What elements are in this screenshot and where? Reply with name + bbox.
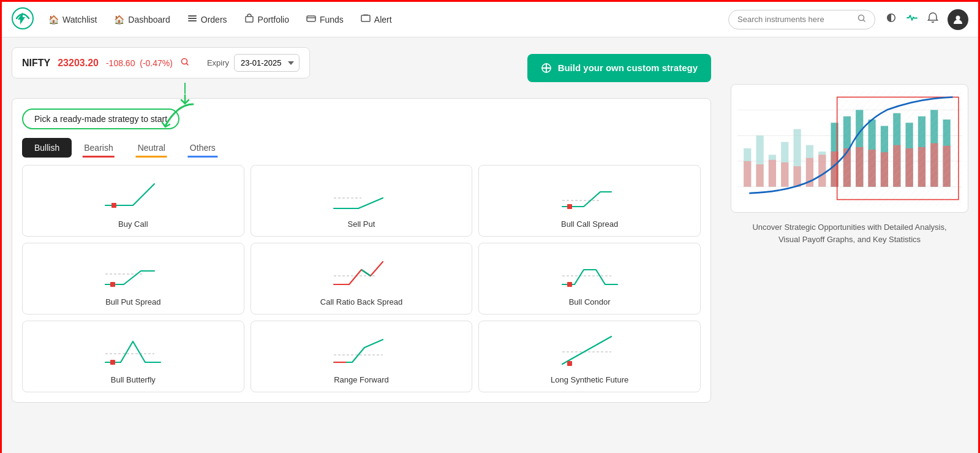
strategy-card-bull-butterfly[interactable]: Bull Butterfly xyxy=(22,321,244,392)
right-panel: Uncover Strategic Opportunities with Det… xyxy=(721,37,978,453)
strategy-card-bull-condor[interactable]: Bull Condor xyxy=(478,243,701,314)
expiry-section: Expiry 23-01-2025 30-01-2025 06-02-2025 xyxy=(207,54,300,72)
tab-bullish[interactable]: Bullish xyxy=(22,138,72,158)
nav-dashboard[interactable]: 🏠 Dashboard xyxy=(107,10,178,29)
home-icon: 🏠 xyxy=(48,15,59,25)
strategy-label-call-ratio: Call Ratio Back Spread xyxy=(256,297,467,306)
card-chart-sell-put xyxy=(256,172,467,215)
user-avatar[interactable] xyxy=(948,9,968,30)
svg-rect-11 xyxy=(546,63,547,73)
ticker-price: 23203.20 xyxy=(58,58,99,69)
logo[interactable] xyxy=(12,7,34,32)
pick-strategy-banner: Pick a ready-made strategy to start xyxy=(22,108,179,129)
svg-rect-2 xyxy=(188,18,197,19)
tab-others[interactable]: Others xyxy=(178,138,228,158)
main-area: NIFTY 23203.20 -108.60 (-0.47%) Expiry 2… xyxy=(2,37,978,453)
strategy-label-bull-butterfly: Bull Butterfly xyxy=(28,375,239,384)
svg-rect-67 xyxy=(837,91,962,206)
svg-rect-22 xyxy=(567,282,572,287)
card-chart-call-ratio xyxy=(256,249,467,292)
nav-funds[interactable]: Funds xyxy=(299,9,351,30)
left-panel: NIFTY 23203.20 -108.60 (-0.47%) Expiry 2… xyxy=(2,37,721,453)
funds-icon xyxy=(306,13,316,25)
strategy-card-buy-call[interactable]: Buy Call xyxy=(22,165,244,237)
ticker-change: -108.60 (-0.47%) xyxy=(106,58,173,68)
card-chart-range-forward xyxy=(256,327,467,370)
card-chart-bull-put-spread xyxy=(28,249,239,292)
strategy-card-range-forward[interactable]: Range Forward xyxy=(251,321,473,392)
svg-rect-19 xyxy=(110,282,115,287)
card-chart-bull-call-spread xyxy=(484,172,695,215)
svg-rect-50 xyxy=(756,164,764,187)
svg-rect-17 xyxy=(567,204,572,209)
search-input[interactable] xyxy=(737,15,853,24)
build-custom-strategy-button[interactable]: Build your own custom strategy xyxy=(527,54,711,82)
notification-icon[interactable] xyxy=(927,12,939,27)
nav-right-icons xyxy=(885,9,968,30)
strategy-label-long-synthetic: Long Synthetic Future xyxy=(484,375,695,384)
strategy-card-bull-put-spread[interactable]: Bull Put Spread xyxy=(22,243,244,314)
strategy-label-range-forward: Range Forward xyxy=(256,375,467,384)
nav-watchlist[interactable]: 🏠 Watchlist xyxy=(41,10,104,29)
tab-neutral[interactable]: Neutral xyxy=(126,138,178,158)
alert-icon xyxy=(361,13,371,25)
strategy-card-bull-call-spread[interactable]: Bull Call Spread xyxy=(478,165,701,237)
svg-rect-55 xyxy=(818,154,826,186)
svg-rect-1 xyxy=(188,15,197,17)
card-chart-buy-call xyxy=(28,172,239,215)
strategy-card-long-synthetic[interactable]: Long Synthetic Future xyxy=(478,321,701,392)
tab-bearish[interactable]: Bearish xyxy=(72,138,125,158)
svg-rect-49 xyxy=(744,161,751,187)
strategy-label-bull-put-spread: Bull Put Spread xyxy=(28,297,239,306)
svg-rect-51 xyxy=(769,160,776,187)
ticker-search-icon[interactable] xyxy=(180,57,190,69)
svg-rect-5 xyxy=(307,16,315,21)
strategy-card-sell-put[interactable]: Sell Put xyxy=(251,165,473,237)
search-bar[interactable] xyxy=(728,10,875,29)
svg-rect-52 xyxy=(781,162,788,187)
theme-toggle-icon[interactable] xyxy=(885,12,897,27)
strategy-label-bull-call-spread: Bull Call Spread xyxy=(484,219,695,229)
nav-orders[interactable]: Orders xyxy=(180,9,235,30)
nav-portfolio[interactable]: Portfolio xyxy=(237,9,296,30)
navbar: 🏠 Watchlist 🏠 Dashboard Orders Portfolio… xyxy=(2,2,978,37)
svg-rect-53 xyxy=(794,166,801,186)
svg-rect-4 xyxy=(246,17,253,22)
ticker-bar: NIFTY 23203.20 -108.60 (-0.47%) Expiry 2… xyxy=(12,47,310,78)
strategy-label-bull-condor: Bull Condor xyxy=(484,297,695,306)
card-chart-bull-condor xyxy=(484,249,695,292)
strategy-card-call-ratio[interactable]: Call Ratio Back Spread xyxy=(251,243,473,314)
expiry-select[interactable]: 23-01-2025 30-01-2025 06-02-2025 xyxy=(234,54,300,72)
portfolio-icon xyxy=(244,13,254,25)
svg-rect-27 xyxy=(567,361,572,366)
svg-rect-6 xyxy=(361,15,370,21)
strategy-label-sell-put: Sell Put xyxy=(256,219,467,229)
card-chart-bull-butterfly xyxy=(28,327,239,370)
svg-rect-3 xyxy=(188,20,197,21)
strategy-tabs: Bullish Bearish Neutral Others xyxy=(22,138,701,158)
ticker-symbol: NIFTY xyxy=(22,58,50,69)
nav-alert[interactable]: Alert xyxy=(353,9,399,30)
svg-point-8 xyxy=(956,15,960,20)
chart-preview xyxy=(731,84,968,213)
chart-description: Uncover Strategic Opportunities with Det… xyxy=(745,221,954,245)
orders-icon xyxy=(187,13,197,25)
strategy-grid: Buy Call Sell Put xyxy=(22,165,701,392)
card-chart-long-synthetic xyxy=(484,327,695,370)
heartbeat-icon[interactable] xyxy=(906,12,918,27)
strategy-label-buy-call: Buy Call xyxy=(28,219,239,229)
svg-rect-14 xyxy=(111,203,116,208)
svg-rect-24 xyxy=(110,360,115,365)
dashboard-icon: 🏠 xyxy=(114,15,124,25)
search-icon xyxy=(858,14,866,25)
